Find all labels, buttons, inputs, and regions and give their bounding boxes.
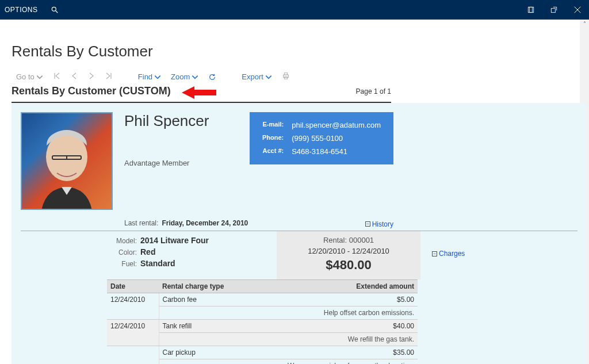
svg-point-0	[52, 7, 56, 11]
contact-card: E-mail: phil.spencer@adatum.com Phone: (…	[250, 112, 393, 164]
col-date: Date	[107, 279, 159, 293]
col-type: Rental charge type	[159, 279, 292, 293]
charges-table: Date Rental charge type Extended amount …	[107, 279, 418, 365]
last-rental-value: Friday, December 24, 2010	[162, 219, 248, 227]
phone-value: (999) 555-0100	[288, 132, 384, 144]
chevron-down-icon	[154, 73, 162, 81]
goto-dropdown[interactable]: Go to	[16, 72, 44, 81]
fuel-label: Fuel:	[113, 260, 137, 268]
svg-rect-4	[551, 9, 555, 13]
table-row: 12/24/2010 Carbon fee $5.00	[107, 293, 418, 306]
rental-num-label: Rental:	[323, 236, 347, 244]
last-page-icon[interactable]	[105, 72, 113, 82]
report-toolbar: Go to Find Zoom Export	[12, 72, 589, 82]
page-indicator: Page 1 of 1	[356, 87, 391, 95]
title-bar: OPTIONS	[0, 0, 589, 20]
annotation-arrow-icon	[182, 85, 216, 100]
charge-desc: We arrange pickup from another location.	[159, 359, 418, 364]
charge-amount: $5.00	[292, 293, 418, 306]
chevron-down-icon	[191, 73, 199, 81]
svg-rect-3	[530, 7, 533, 12]
acct-value: S468-3184-6541	[288, 145, 384, 158]
table-row: Car pickup $35.00	[107, 346, 418, 359]
membership-label: Advantage Member	[124, 159, 238, 167]
phone-label: Phone:	[259, 132, 287, 144]
page-title: Rentals By Customer	[12, 43, 589, 60]
charge-desc: We refill the gas tank.	[159, 332, 418, 346]
print-icon[interactable]	[282, 72, 290, 82]
charge-date	[107, 346, 159, 364]
history-toggle[interactable]: − History	[365, 220, 577, 228]
collapse-icon: −	[432, 251, 437, 256]
popout-icon[interactable]	[548, 3, 560, 16]
office-icon[interactable]	[525, 3, 537, 16]
rental-num-value: 000001	[349, 236, 374, 244]
charges-toggle[interactable]: − Charges	[432, 250, 465, 258]
export-dropdown[interactable]: Export	[242, 72, 273, 81]
chevron-down-icon	[265, 73, 273, 81]
prev-page-icon[interactable]	[70, 72, 78, 82]
report-title: Rentals By Customer (CUSTOM)	[12, 85, 171, 97]
rental-total: $480.00	[288, 258, 409, 273]
svg-marker-12	[182, 86, 216, 99]
email-label: E-mail:	[259, 119, 287, 131]
charge-type: Car pickup	[159, 346, 292, 359]
charge-desc: Help offset carbon emissions.	[159, 306, 418, 319]
col-amount: Extended amount	[292, 279, 418, 293]
fuel-value: Standard	[140, 259, 175, 268]
refresh-icon[interactable]	[208, 73, 216, 81]
charge-amount: $35.00	[292, 346, 418, 359]
last-rental-label: Last rental:	[124, 219, 158, 227]
charge-date: 12/24/2010	[107, 293, 159, 319]
svg-rect-10	[284, 73, 287, 75]
close-icon[interactable]	[571, 3, 584, 17]
charge-type: Carbon fee	[159, 293, 292, 306]
first-page-icon[interactable]	[53, 72, 61, 82]
svg-rect-11	[284, 77, 287, 79]
collapse-icon: −	[365, 221, 370, 227]
next-page-icon[interactable]	[87, 72, 95, 82]
color-value: Red	[140, 247, 155, 256]
search-icon[interactable]	[48, 3, 61, 16]
find-dropdown[interactable]: Find	[138, 72, 162, 81]
scroll-up-icon[interactable]: ˄	[583, 21, 586, 27]
options-menu[interactable]: OPTIONS	[5, 6, 38, 14]
model-label: Model:	[113, 237, 137, 245]
charge-date: 12/24/2010	[107, 319, 159, 346]
customer-name: Phil Spencer	[124, 112, 238, 130]
rental-summary: Rental: 000001 12/20/2010 - 12/24/2010 $…	[277, 231, 420, 279]
svg-line-1	[55, 11, 58, 13]
chevron-down-icon	[36, 73, 44, 81]
zoom-dropdown[interactable]: Zoom	[171, 72, 199, 81]
color-label: Color:	[113, 248, 137, 256]
model-value: 2014 Litware Four	[140, 236, 209, 245]
email-value: phil.spencer@adatum.com	[288, 119, 384, 131]
charge-amount: $40.00	[292, 319, 418, 332]
rental-dates: 12/20/2010 - 12/24/2010	[288, 247, 409, 255]
table-row: 12/24/2010 Tank refill $40.00	[107, 319, 418, 332]
acct-label: Acct #:	[259, 145, 287, 158]
avatar	[21, 112, 113, 210]
svg-rect-2	[528, 7, 533, 12]
charge-type: Tank refill	[159, 319, 292, 332]
